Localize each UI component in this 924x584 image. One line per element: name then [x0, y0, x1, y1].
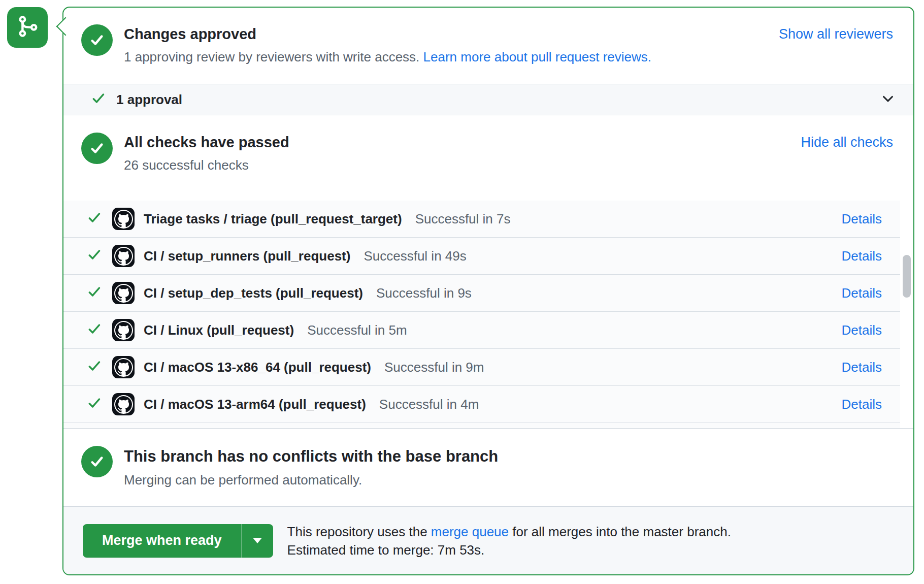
review-subtitle: 1 approving review by reviewers with wri…: [124, 49, 651, 66]
note-text-before: This repository uses the: [287, 524, 431, 539]
checks-subtitle: 26 successful checks: [124, 157, 289, 174]
check-status: Successful in 7s: [415, 211, 511, 227]
github-actions-avatar: [112, 245, 135, 267]
merge-queue-line1: This repository uses the merge queue for…: [287, 523, 731, 541]
note-text-after: for all merges into the master branch.: [509, 524, 731, 539]
checks-passed-circle-icon: [81, 133, 113, 164]
no-conflicts-circle-icon: [81, 446, 113, 477]
hide-all-checks-link[interactable]: Hide all checks: [801, 133, 893, 150]
checks-title: All checks have passed: [124, 134, 289, 151]
check-row: Triage tasks / triage (pull_request_targ…: [63, 201, 900, 238]
chevron-down-icon[interactable]: [881, 91, 895, 108]
check-name: Triage tasks / triage (pull_request_targ…: [144, 211, 402, 227]
merge-queue-link[interactable]: merge queue: [431, 524, 509, 539]
check-success-icon: [87, 321, 102, 339]
section-no-conflicts: This branch has no conflicts with the ba…: [63, 428, 913, 506]
check-name: CI / macOS 13-arm64 (pull_request): [144, 397, 366, 412]
octocat-icon: [114, 321, 133, 340]
check-row: CI / Linux (pull_request)Successful in 5…: [63, 312, 900, 349]
section-checks-summary: All checks have passed 26 successful che…: [63, 115, 913, 201]
approval-count-label: 1 approval: [116, 92, 182, 108]
check-status: Successful in 4m: [379, 397, 479, 412]
merge-button-label[interactable]: Merge when ready: [83, 524, 241, 558]
check-status: Successful in 9s: [376, 285, 472, 301]
checks-scrollbar-thumb[interactable]: [903, 255, 911, 298]
github-actions-avatar: [112, 393, 135, 415]
show-all-reviewers-link[interactable]: Show all reviewers: [779, 24, 893, 42]
check-details-link[interactable]: Details: [842, 360, 882, 375]
github-actions-avatar: [112, 319, 135, 341]
check-success-icon: [87, 359, 102, 376]
check-row: CI / macOS 13-arm64 (pull_request)Succes…: [63, 386, 900, 423]
merge-queue-note: This repository uses the merge queue for…: [287, 523, 731, 559]
octocat-icon: [114, 247, 133, 266]
check-success-icon: [87, 284, 102, 302]
merge-options-dropdown[interactable]: [241, 524, 273, 558]
git-merge-icon: [15, 14, 40, 41]
check-name: CI / macOS 13-x86_64 (pull_request): [144, 360, 371, 375]
check-row: CI / macOS 13-x86_64 (pull_request)Succe…: [63, 349, 900, 386]
github-actions-avatar: [112, 356, 135, 378]
check-row: CI / setup_runners (pull_request)Success…: [63, 238, 900, 275]
check-details-link[interactable]: Details: [842, 397, 882, 412]
merge-footer: Merge when ready This repository uses th…: [63, 506, 913, 574]
checks-list: Triage tasks / triage (pull_request_targ…: [63, 201, 913, 428]
conflicts-title: This branch has no conflicts with the ba…: [124, 447, 498, 466]
check-status: Successful in 5m: [307, 322, 407, 338]
caret-down-icon: [253, 538, 262, 543]
conflicts-subtitle: Merging can be performed automatically.: [124, 472, 498, 489]
merge-when-ready-button[interactable]: Merge when ready: [83, 524, 273, 558]
approval-summary-row[interactable]: 1 approval: [63, 84, 913, 115]
github-actions-avatar: [112, 282, 135, 304]
check-success-icon: [87, 247, 102, 265]
check-details-link[interactable]: Details: [842, 211, 882, 227]
check-success-icon: [87, 210, 102, 228]
check-status: Successful in 9m: [384, 360, 484, 375]
review-title: Changes approved: [124, 26, 651, 43]
octocat-icon: [114, 358, 133, 377]
approval-check-icon: [91, 91, 106, 108]
check-success-icon: [87, 396, 102, 413]
approved-check-circle-icon: [81, 24, 113, 56]
octocat-icon: [114, 210, 133, 229]
check-details-link[interactable]: Details: [842, 248, 882, 264]
estimated-time-line: Estimated time to merge: 7m 53s.: [287, 541, 731, 559]
check-name: CI / setup_runners (pull_request): [144, 248, 350, 264]
octocat-icon: [114, 284, 133, 303]
review-subtitle-text: 1 approving review by reviewers with wri…: [124, 49, 423, 64]
check-row: CI / setup_dep_tests (pull_request)Succe…: [63, 275, 900, 312]
check-status: Successful in 49s: [364, 248, 466, 264]
section-changes-approved: Changes approved 1 approving review by r…: [63, 8, 913, 84]
check-name: CI / Linux (pull_request): [144, 322, 294, 338]
merge-status-box: Changes approved 1 approving review by r…: [62, 7, 914, 575]
check-name: CI / setup_dep_tests (pull_request): [144, 285, 363, 301]
octocat-icon: [114, 395, 133, 414]
check-details-link[interactable]: Details: [842, 322, 882, 338]
git-merge-badge: [7, 7, 48, 48]
github-actions-avatar: [112, 208, 135, 230]
check-row: [63, 423, 900, 428]
check-details-link[interactable]: Details: [842, 285, 882, 301]
learn-more-link[interactable]: Learn more about pull request reviews.: [423, 49, 651, 64]
